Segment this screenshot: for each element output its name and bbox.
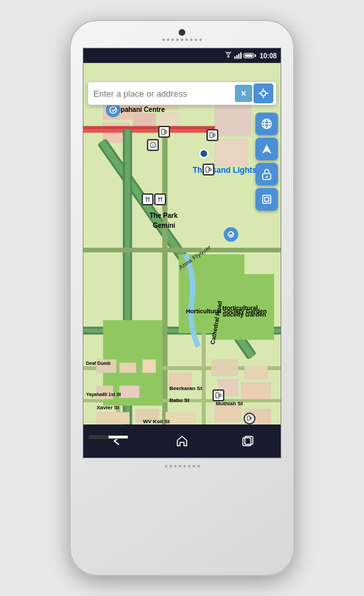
ispahani-label: Ispahani Centre — [115, 106, 165, 113]
svg-rect-54 — [209, 168, 211, 171]
globe-button[interactable] — [255, 113, 278, 135]
beerkaran-label: Beerkaran St — [169, 385, 202, 391]
info-marker: i — [147, 139, 159, 151]
speaker-bottom — [165, 465, 200, 468]
camera-dot — [179, 29, 185, 36]
center-marker — [224, 227, 238, 242]
scale-text: 200 m — [89, 440, 107, 447]
svg-rect-18 — [83, 248, 281, 252]
signal-icon — [234, 52, 242, 59]
svg-rect-7 — [159, 113, 179, 126]
svg-rect-60 — [216, 393, 219, 398]
svg-rect-40 — [165, 412, 195, 425]
gps-marker — [199, 149, 208, 158]
svg-rect-15 — [125, 129, 130, 458]
svg-rect-62 — [248, 416, 250, 421]
status-time: 10:08 — [259, 52, 277, 60]
svg-point-46 — [110, 107, 116, 113]
gemini-label: Gemini — [153, 222, 175, 229]
svg-rect-38 — [97, 412, 130, 424]
svg-rect-47 — [161, 129, 165, 134]
recent-apps-button[interactable] — [234, 428, 261, 454]
svg-rect-34 — [212, 360, 238, 376]
map-container[interactable]: Ispahani Centre Thousand Lights The Park… — [83, 63, 281, 458]
wv-koil-label: WV Koil St — [143, 419, 169, 424]
svg-rect-11 — [83, 129, 215, 132]
wifi-icon — [224, 52, 232, 60]
scale-line — [89, 435, 128, 439]
phone-top-bar — [71, 21, 293, 41]
status-icons: 10:08 — [224, 52, 277, 60]
yavahalli-label: Yayahailli 1st St — [86, 392, 121, 397]
svg-rect-77 — [265, 197, 269, 201]
svg-rect-61 — [219, 394, 221, 397]
svg-rect-63 — [250, 417, 251, 419]
svg-rect-32 — [120, 386, 140, 398]
home-button[interactable] — [169, 428, 195, 454]
svg-rect-30 — [142, 360, 156, 373]
map-right-buttons — [255, 113, 278, 211]
svg-rect-37 — [241, 383, 271, 399]
navigate-button[interactable] — [255, 138, 278, 160]
svg-rect-41 — [215, 406, 242, 422]
svg-rect-50 — [213, 134, 215, 136]
fuel-marker-1 — [158, 126, 170, 138]
svg-rect-29 — [120, 363, 136, 373]
svg-point-0 — [228, 57, 229, 58]
search-bar[interactable]: × — [87, 81, 277, 105]
svg-point-64 — [261, 91, 265, 95]
dining-marker-2 — [154, 193, 166, 205]
search-locate-button[interactable] — [253, 83, 273, 103]
svg-rect-35 — [244, 366, 267, 379]
layers-button[interactable] — [255, 188, 278, 211]
status-bar: 10:08 — [83, 48, 281, 63]
svg-rect-49 — [210, 132, 213, 138]
phone-bottom-strip — [71, 458, 293, 478]
fuel-marker-2 — [206, 129, 218, 141]
the-park-label: The Park — [150, 212, 177, 219]
speaker-top — [162, 38, 202, 41]
babu-label: Babu St — [169, 397, 189, 403]
phone-shell: 10:08 — [69, 20, 295, 576]
lock-button[interactable] — [255, 163, 278, 185]
battery-icon — [244, 53, 256, 58]
svg-point-75 — [266, 176, 268, 178]
xavier-label: Xavier St — [97, 405, 119, 411]
muthiah-label: Muthiah St — [216, 401, 243, 407]
fuel-marker-4 — [212, 389, 224, 401]
fuel-marker-5 — [244, 413, 255, 424]
deaf-dumb-label: Deaf Dumb — [86, 361, 111, 366]
svg-rect-76 — [263, 195, 271, 203]
phone-screen: 10:08 — [83, 48, 281, 458]
search-input[interactable] — [91, 89, 235, 99]
fuel-marker-3 — [203, 164, 214, 175]
svg-rect-48 — [165, 130, 167, 133]
search-clear-button[interactable]: × — [235, 85, 252, 102]
svg-rect-53 — [206, 167, 209, 172]
svg-rect-19 — [162, 129, 167, 458]
dining-marker-1 — [142, 193, 154, 205]
svg-text:i: i — [152, 143, 154, 148]
scale-bar: 200 m — [89, 435, 128, 447]
horticultural2-label: Horticultural Soceity Garden — [222, 305, 281, 318]
svg-rect-9 — [215, 139, 248, 166]
